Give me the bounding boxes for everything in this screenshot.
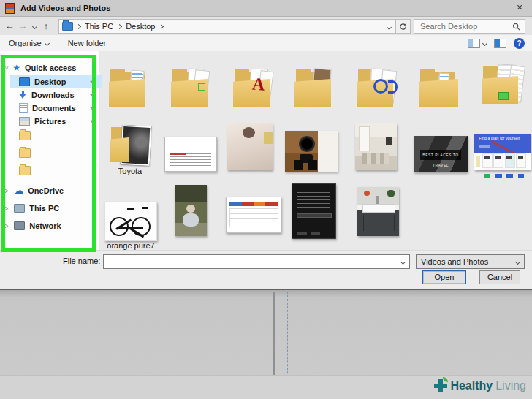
folder-blue-logo[interactable] [356, 64, 398, 111]
folder-photos[interactable] [294, 64, 336, 111]
breadcrumb-chevron-icon [117, 23, 122, 28]
title-bar[interactable]: Add Videos and Photos × [0, 0, 532, 17]
address-bar: ← → ↑ This PC Desktop [0, 17, 532, 35]
sidebar-item-this-pc[interactable]: > This PC [4, 202, 59, 214]
folder-grid-sheets[interactable] [481, 61, 529, 108]
file-type-value: Videos and Photos [421, 257, 488, 266]
chevron-collapsed-icon[interactable]: > [4, 204, 8, 213]
folder-toyota[interactable] [110, 124, 149, 165]
breadcrumb[interactable]: This PC Desktop [58, 19, 396, 34]
file-label-orange-pure7: orange pure7 [99, 241, 162, 250]
chevron-down-icon[interactable] [400, 259, 406, 264]
file-name-input[interactable] [107, 256, 401, 267]
file-bicycle-photo[interactable] [104, 202, 157, 241]
open-button[interactable]: Open [422, 270, 466, 284]
watermark-logo: Healthy Living [434, 379, 526, 392]
folder-white-files[interactable] [170, 64, 213, 111]
chevron-expanded-icon[interactable]: > [3, 66, 10, 69]
file-baby-photo[interactable] [227, 123, 273, 170]
chevron-down-icon [515, 259, 520, 264]
chevron-down-icon [482, 40, 487, 45]
location-folder-icon [62, 22, 73, 31]
up-icon[interactable]: ↑ [39, 20, 53, 31]
forward-icon[interactable]: → [16, 20, 29, 31]
folder-blue-documents[interactable] [108, 64, 151, 111]
search-icon[interactable] [512, 23, 520, 31]
address-dropdown-icon[interactable] [387, 22, 391, 31]
file-name-label: File name: [63, 256, 100, 265]
sidebar-item-documents[interactable]: Documents [10, 102, 102, 114]
star-icon: ★ [12, 63, 20, 73]
new-folder-button[interactable]: New folder [68, 39, 107, 48]
health-cross-icon [434, 379, 447, 392]
back-icon[interactable]: ← [3, 20, 16, 31]
sidebar-item-label: This PC [29, 204, 59, 213]
view-mode-button[interactable] [468, 39, 487, 48]
file-name-combo[interactable] [103, 254, 410, 269]
refresh-button[interactable] [395, 19, 411, 34]
file-kitchen-photo[interactable] [357, 187, 399, 236]
sidebar-item-folder-1[interactable] [19, 129, 31, 142]
breadcrumb-item-desktop[interactable]: Desktop [126, 22, 155, 31]
folder-icon [19, 166, 31, 175]
search-box[interactable] [414, 19, 525, 34]
folder-document-peek[interactable] [418, 64, 460, 111]
sidebar-item-label: Desktop [34, 77, 66, 86]
breadcrumb-chevron-icon [76, 23, 81, 28]
sidebar-item-label: Pictures [34, 117, 66, 126]
picture-icon [19, 117, 30, 126]
file-text-document[interactable] [164, 137, 217, 172]
sidebar-item-onedrive[interactable]: > ☁ OneDrive [4, 184, 64, 197]
close-icon[interactable]: × [512, 1, 528, 14]
folder-icon [19, 131, 31, 140]
sidebar-item-label: Documents [32, 104, 76, 113]
pin-icon [90, 91, 96, 98]
sidebar-item-desktop[interactable]: Desktop [10, 75, 102, 88]
file-type-dropdown[interactable]: Videos and Photos [416, 254, 525, 269]
command-toolbar: Organise New folder ? [0, 35, 532, 52]
sidebar-item-label: Quick access [25, 64, 76, 72]
watermark-bold-text: Healthy [450, 379, 493, 392]
sidebar-item-label: OneDrive [28, 186, 64, 195]
breadcrumb-item-this-pc[interactable]: This PC [85, 22, 113, 31]
organise-button[interactable]: Organise [9, 39, 49, 48]
sidebar-item-downloads[interactable]: Downloads [10, 88, 102, 101]
cancel-button[interactable]: Cancel [479, 270, 520, 284]
network-icon [14, 221, 25, 230]
sidebar-item-folder-3[interactable] [19, 164, 31, 177]
dialog-footer: File name: Videos and Photos Open Cancel [0, 250, 532, 289]
file-settings-screenshot[interactable] [292, 183, 336, 239]
app-icon [5, 3, 15, 14]
search-input[interactable] [419, 21, 509, 31]
file-travel-photo[interactable]: BEST PLACES TO TRAVEL [414, 136, 468, 172]
preview-pane-icon[interactable] [494, 39, 506, 48]
file-child-photo[interactable] [175, 185, 207, 236]
file-pricing-screenshot[interactable]: Find a plan for yourself [474, 134, 531, 170]
breadcrumb-chevron-icon [159, 23, 164, 28]
document-icon [19, 103, 28, 113]
organise-label: Organise [9, 39, 42, 48]
chevron-collapsed-icon[interactable]: > [4, 221, 8, 230]
pricing-caption: Find a plan for yourself [479, 136, 520, 140]
download-arrow-icon [19, 91, 27, 99]
screenshot-stage: Add Videos and Photos × ← → ↑ This PC De… [0, 0, 532, 399]
sidebar-item-pictures[interactable]: Pictures [10, 115, 102, 127]
open-file-dialog: Add Videos and Photos × ← → ↑ This PC De… [0, 0, 532, 290]
watermark-light-text: Living [495, 379, 526, 392]
file-camera-photo[interactable] [285, 131, 338, 172]
pin-icon [90, 118, 96, 124]
sidebar-item-network[interactable]: > Network [4, 219, 61, 232]
sidebar-item-label: Downloads [31, 91, 75, 99]
file-interior-photo[interactable] [355, 123, 397, 170]
folder-pdf-files[interactable]: A [232, 64, 275, 111]
new-folder-label: New folder [68, 39, 107, 48]
chevron-collapsed-icon[interactable]: > [4, 186, 8, 195]
sidebar-item-quick-access[interactable]: > ★ Quick access [4, 61, 76, 74]
sidebar-item-folder-2[interactable] [19, 147, 31, 159]
computer-icon [14, 204, 25, 213]
recent-locations-icon[interactable] [29, 20, 39, 33]
help-icon[interactable]: ? [514, 38, 525, 49]
thumbnails-view-icon [468, 39, 480, 48]
file-browser-area: > ★ Quick access Desktop Downloads [0, 51, 532, 250]
file-spreadsheet[interactable] [226, 197, 281, 233]
